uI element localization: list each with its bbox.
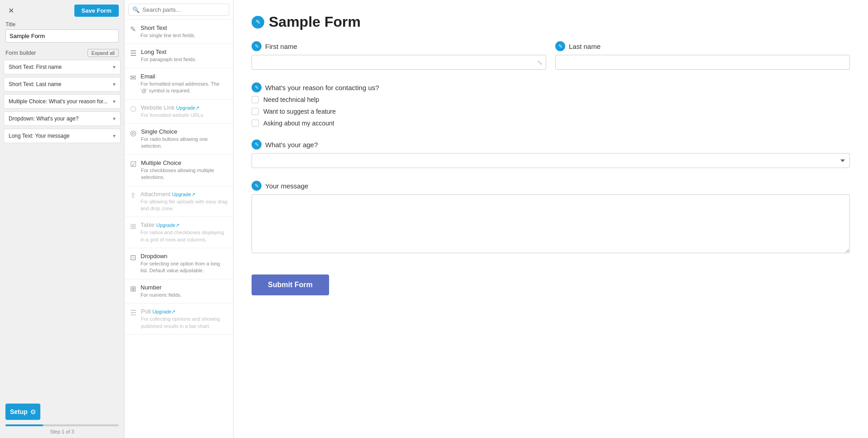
website-link-icon: ⬡: [130, 105, 136, 113]
search-input[interactable]: [142, 6, 225, 13]
part-name: Table Upgrade↗: [141, 221, 228, 228]
title-input[interactable]: [5, 29, 119, 43]
checkbox-item-feature: Want to suggest a feature: [252, 108, 850, 115]
left-panel: ✕ Save Form Title Form builder Expand al…: [0, 0, 125, 438]
checkbox-label-feature: Want to suggest a feature: [263, 108, 336, 115]
part-name: Single Choice: [141, 128, 228, 135]
submit-button[interactable]: Submit Form: [252, 274, 329, 295]
checkbox-technical[interactable]: [252, 96, 259, 103]
field-item[interactable]: Short Text: First name ▾: [4, 60, 121, 74]
name-columns: ✎ First name ⤡ ✎ Last name: [252, 41, 850, 70]
message-section: ✎ Your message: [252, 181, 850, 255]
part-item-multiple-choice[interactable]: ☑ Multiple Choice For checkboxes allowin…: [125, 155, 233, 186]
age-select[interactable]: [252, 153, 850, 168]
part-item-table[interactable]: ⊞ Table Upgrade↗ For radios and checkbox…: [125, 217, 233, 248]
checkbox-item-account: Asking about my account: [252, 120, 850, 127]
part-name: Dropdown: [141, 253, 228, 260]
setup-button[interactable]: Setup ⊙: [5, 404, 40, 420]
part-item-poll[interactable]: ☰ Poll Upgrade↗ For collecting opinions …: [125, 303, 233, 335]
age-label: What's your age?: [265, 141, 318, 149]
reason-checkbox-group: Need technical help Want to suggest a fe…: [252, 96, 850, 127]
first-name-input[interactable]: [252, 55, 546, 70]
message-edit-icon[interactable]: ✎: [252, 181, 262, 191]
progress-bar-background: [5, 424, 119, 426]
long-text-icon: ☰: [130, 49, 136, 58]
part-desc: For radio buttons allowing one selection…: [141, 136, 228, 150]
last-name-edit-icon[interactable]: ✎: [555, 41, 565, 51]
part-name: Long Text: [141, 48, 196, 55]
chevron-down-icon: ▾: [113, 133, 116, 139]
setup-icon: ⊙: [30, 408, 36, 415]
part-item-attachment[interactable]: ⇪ Attachment Upgrade↗ For allowing file …: [125, 186, 233, 217]
part-item-number[interactable]: ⊞ Number For numeric fields.: [125, 279, 233, 303]
single-choice-icon: ◎: [130, 129, 136, 137]
upgrade-link[interactable]: Upgrade↗: [156, 222, 179, 228]
part-desc: For radios and checkboxes displaying in …: [141, 229, 228, 243]
reason-edit-icon[interactable]: ✎: [252, 82, 262, 92]
part-item-short-text[interactable]: ✎ Short Text For single line text fields…: [125, 20, 233, 44]
search-icon: 🔍: [132, 6, 140, 13]
field-item[interactable]: Long Text: Your message ▾: [4, 129, 121, 143]
part-item-single-choice[interactable]: ◎ Single Choice For radio buttons allowi…: [125, 124, 233, 155]
first-name-label: First name: [265, 43, 297, 50]
reason-section: ✎ What's your reason for contacting us? …: [252, 82, 850, 127]
checkbox-feature[interactable]: [252, 108, 259, 115]
pencil-icon: ✎: [256, 19, 261, 25]
attachment-icon: ⇪: [130, 191, 136, 200]
save-form-button[interactable]: Save Form: [74, 5, 119, 17]
table-icon: ⊞: [130, 222, 136, 231]
first-name-edit-icon[interactable]: ✎: [252, 41, 262, 51]
age-section: ✎ What's your age?: [252, 140, 850, 168]
part-item-website-link[interactable]: ⬡ Website Link Upgrade↗ For formatted we…: [125, 100, 233, 124]
upgrade-link[interactable]: Upgrade↗: [152, 309, 175, 314]
parts-list: ✎ Short Text For single line text fields…: [125, 20, 233, 438]
part-item-long-text[interactable]: ☰ Long Text For paragraph text fields.: [125, 44, 233, 68]
resize-icon: ⤡: [537, 59, 543, 66]
field-item[interactable]: Multiple Choice: What's your reason for.…: [4, 94, 121, 109]
part-desc: For selecting one option from a long lis…: [141, 260, 228, 274]
part-desc: For collecting opinions and showing publ…: [141, 316, 228, 330]
message-textarea[interactable]: [252, 194, 850, 253]
upgrade-link[interactable]: Upgrade↗: [172, 192, 195, 197]
checkbox-item-technical: Need technical help: [252, 96, 850, 103]
form-title-row: ✎ Sample Form: [252, 14, 850, 30]
field-item[interactable]: Dropdown: What's your age? ▾: [4, 111, 121, 126]
part-desc: For allowing file uploads with easy drag…: [141, 198, 228, 212]
last-name-input[interactable]: [555, 55, 850, 70]
field-item-label: Short Text: Last name: [9, 81, 62, 87]
field-item-label: Dropdown: What's your age?: [9, 116, 78, 122]
checkbox-account[interactable]: [252, 120, 259, 127]
form-title-edit-icon[interactable]: ✎: [252, 16, 264, 29]
search-input-wrap: 🔍: [128, 4, 229, 16]
part-name: Poll Upgrade↗: [141, 308, 228, 315]
part-name: Multiple Choice: [141, 159, 228, 166]
close-button[interactable]: ✕: [5, 5, 17, 16]
chevron-down-icon: ▾: [113, 116, 116, 122]
email-icon: ✉: [130, 73, 136, 82]
age-edit-icon[interactable]: ✎: [252, 140, 262, 149]
checkbox-label-account: Asking about my account: [263, 120, 334, 127]
setup-label: Setup: [10, 408, 28, 415]
field-item-label: Short Text: First name: [9, 64, 62, 70]
expand-all-button[interactable]: Expand all: [87, 49, 119, 57]
chevron-down-icon: ▾: [113, 81, 116, 87]
reason-label: What's your reason for contacting us?: [265, 84, 379, 91]
first-name-input-wrap: ⤡: [252, 55, 546, 70]
message-label-row: ✎ Your message: [252, 181, 850, 191]
pencil-icon: ✎: [255, 142, 259, 148]
right-panel: ✎ Sample Form ✎ First name ⤡: [233, 0, 868, 438]
part-desc: For single line text fields.: [141, 32, 195, 39]
part-item-email[interactable]: ✉ Email For formatted email addresses. T…: [125, 68, 233, 100]
dropdown-icon: ⊡: [130, 253, 136, 262]
age-label-row: ✎ What's your age?: [252, 140, 850, 149]
last-name-column: ✎ Last name: [555, 41, 850, 70]
part-name: Email: [141, 73, 228, 80]
part-item-dropdown[interactable]: ⊡ Dropdown For selecting one option from…: [125, 248, 233, 279]
message-label: Your message: [265, 182, 308, 190]
part-desc: For formatted website URLs.: [141, 112, 204, 119]
field-item[interactable]: Short Text: Last name ▾: [4, 77, 121, 91]
part-name: Attachment Upgrade↗: [141, 191, 228, 197]
title-label: Title: [5, 21, 119, 28]
upgrade-link[interactable]: Upgrade↗: [176, 105, 199, 111]
progress-bar-fill: [5, 424, 43, 426]
